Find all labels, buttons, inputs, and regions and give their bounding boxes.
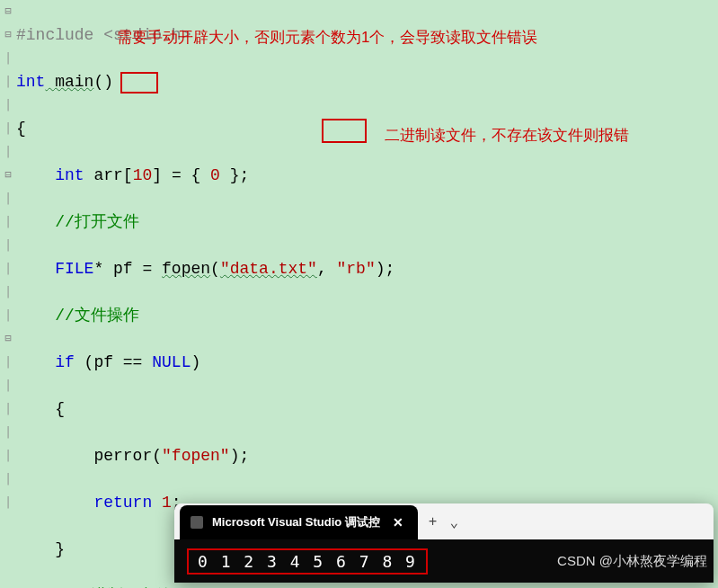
highlight-box [322, 119, 367, 143]
close-icon[interactable]: ✕ [389, 513, 407, 531]
comment: //打开文件 [16, 213, 139, 231]
fold-toggle[interactable]: ⊟ [0, 164, 16, 187]
terminal-tab[interactable]: Microsoft Visual Studio 调试控 ✕ [180, 505, 418, 539]
watermark: CSDN @小林熬夜学编程 [557, 553, 707, 570]
fold-toggle[interactable]: ⊟ [0, 0, 16, 23]
tab-dropdown-icon[interactable]: ⌄ [449, 513, 458, 531]
highlight-box [120, 72, 158, 94]
terminal-output: 0 1 2 3 4 5 6 7 8 9 [187, 548, 428, 575]
annotation-text: 二进制读文件，不存在该文件则报错 [385, 125, 629, 146]
terminal-tab-bar: Microsoft Visual Studio 调试控 ✕ + ⌄ [174, 503, 714, 539]
fold-gutter: ⊟ ⊟ │ │ │ │ │ ⊟ │ │ │ │ │ │ ⊟ │ │ │ │ │ … [0, 0, 16, 588]
preprocessor: #include [16, 26, 103, 44]
terminal-window: Microsoft Visual Studio 调试控 ✕ + ⌄ 0 1 2 … [174, 503, 714, 583]
new-tab-button[interactable]: + [429, 514, 438, 530]
terminal-icon [191, 516, 203, 529]
fold-toggle[interactable]: ⊟ [0, 327, 16, 351]
annotation-text: 需要手动开辟大小，否则元素个数为1个，会导致读取文件错误 [117, 27, 537, 48]
fold-toggle[interactable]: ⊟ [0, 23, 16, 47]
comment: //文件操作 [16, 307, 139, 325]
tab-title: Microsoft Visual Studio 调试控 [212, 514, 380, 530]
